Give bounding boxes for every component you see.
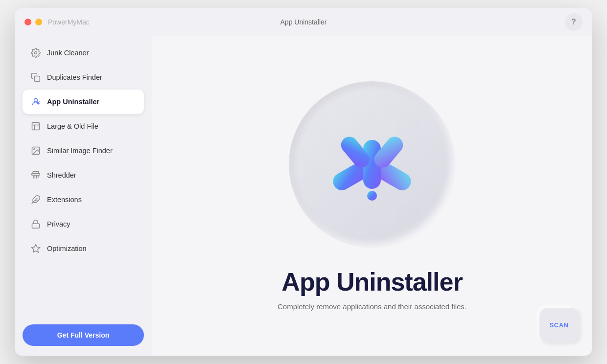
window-title: App Uninstaller [280, 18, 327, 26]
file-icon [30, 121, 41, 132]
shredder-label: Shredder [47, 171, 76, 179]
main-layout: Junk Cleaner Duplicates Finder [15, 36, 592, 356]
duplicates-finder-label: Duplicates Finder [47, 73, 102, 81]
privacy-label: Privacy [47, 220, 70, 228]
sidebar-item-shredder[interactable]: Shredder [23, 163, 144, 187]
sidebar-item-junk-cleaner[interactable]: Junk Cleaner [23, 41, 144, 65]
optimization-label: Optimization [47, 245, 87, 252]
hero-subtitle: Completely remove applications and their… [278, 302, 467, 311]
app-uninstaller-icon [30, 96, 41, 107]
duplicate-icon [30, 72, 41, 83]
help-button[interactable]: ? [565, 13, 583, 31]
close-button[interactable] [24, 19, 31, 25]
similar-image-finder-label: Similar Image Finder [47, 147, 113, 155]
privacy-icon [30, 219, 41, 229]
sidebar-item-app-uninstaller[interactable]: App Uninstaller [23, 90, 144, 114]
svg-rect-9 [33, 172, 39, 174]
extensions-icon [30, 194, 41, 205]
svg-point-0 [35, 52, 37, 54]
sidebar-item-duplicates-finder[interactable]: Duplicates Finder [23, 65, 144, 90]
large-old-file-label: Large & Old File [47, 122, 98, 130]
svg-rect-12 [32, 224, 40, 228]
titlebar: PowerMyMac App Uninstaller ? [15, 8, 592, 36]
optimization-icon [30, 243, 41, 254]
app-window: PowerMyMac App Uninstaller ? Junk Cleane… [15, 8, 592, 356]
hero-title: App Uninstaller [281, 267, 462, 296]
get-full-version-button[interactable]: Get Full Version [23, 324, 144, 346]
svg-point-2 [34, 98, 38, 102]
minimize-button[interactable] [35, 19, 42, 25]
app-uninstaller-label: App Uninstaller [47, 98, 99, 106]
svg-rect-1 [35, 76, 40, 82]
traffic-lights [24, 19, 42, 25]
svg-rect-5 [32, 123, 40, 130]
content-area: App Uninstaller Completely remove applic… [152, 36, 592, 356]
sidebar-item-privacy[interactable]: Privacy [23, 212, 144, 236]
sidebar-item-large-old-file[interactable]: Large & Old File [23, 114, 144, 138]
junk-cleaner-label: Junk Cleaner [47, 49, 89, 57]
app-store-icon [323, 115, 421, 213]
sidebar-item-extensions[interactable]: Extensions [23, 187, 144, 212]
image-icon [30, 145, 41, 156]
scan-button[interactable]: SCAN [539, 308, 579, 342]
sidebar-item-optimization[interactable]: Optimization [23, 236, 144, 261]
shredder-icon [30, 170, 41, 181]
hero-icon-circle [289, 81, 455, 248]
sidebar: Junk Cleaner Duplicates Finder [15, 36, 152, 356]
gear-icon [30, 47, 41, 58]
svg-point-7 [34, 149, 35, 150]
svg-marker-13 [32, 245, 40, 252]
app-name-label: PowerMyMac [48, 18, 90, 26]
extensions-label: Extensions [47, 196, 82, 204]
scan-button-label: SCAN [550, 321, 569, 329]
sidebar-item-similar-image-finder[interactable]: Similar Image Finder [23, 138, 144, 163]
svg-point-19 [367, 191, 377, 201]
